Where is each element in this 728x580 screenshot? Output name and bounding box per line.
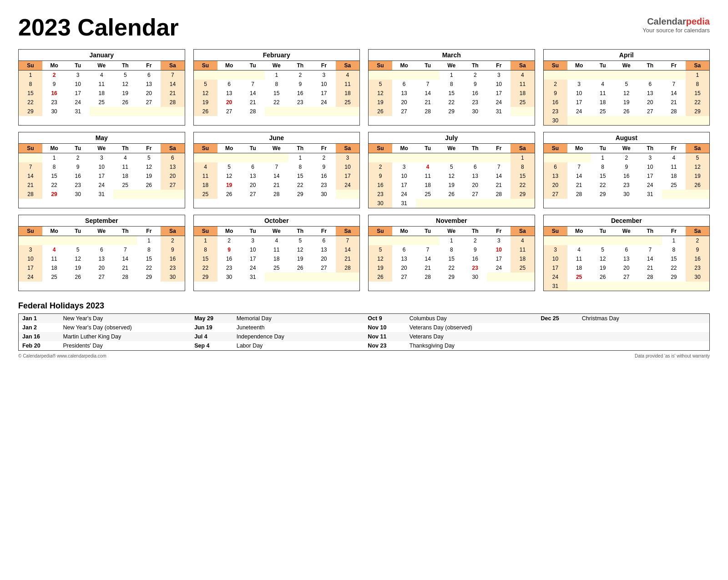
week-row: 2627282930 (369, 272, 535, 282)
day-cell: 14 (638, 254, 662, 263)
holiday-date (537, 323, 578, 332)
holiday-row: Jan 16Martin Luther King DayJul 4Indepen… (19, 332, 710, 341)
day-header-su: Su (369, 61, 392, 71)
day-cell: 16 (369, 181, 392, 190)
day-cell: 25 (511, 263, 534, 272)
day-cell: 16 (463, 254, 487, 263)
footer-right: Data provided 'as is' without warranty (635, 353, 710, 358)
holiday-name (578, 332, 710, 341)
day-cell (638, 236, 662, 246)
day-cell: 5 (369, 245, 392, 254)
day-cell: 11 (416, 171, 440, 181)
day-cell: 9 (42, 80, 66, 89)
week-row: 22232425262728 (19, 98, 185, 107)
day-cell: 10 (19, 254, 42, 263)
day-header-fr: Fr (312, 227, 336, 236)
day-cell: 15 (440, 89, 463, 98)
day-cell: 16 (66, 171, 90, 181)
holiday-name: Independence Day (233, 332, 364, 341)
day-header-we: We (265, 61, 288, 71)
day-cell: 26 (591, 272, 615, 282)
day-cell: 10 (66, 80, 90, 89)
day-cell (416, 153, 440, 163)
day-cell: 20 (137, 89, 161, 98)
day-cell: 5 (369, 80, 392, 89)
day-cell (638, 71, 662, 80)
week-row: 1234 (369, 236, 535, 246)
week-row: 10111213141516 (19, 254, 185, 263)
day-cell: 16 (686, 254, 709, 263)
day-cell: 28 (19, 190, 42, 199)
week-row: 21222324252627 (19, 181, 185, 190)
day-cell: 19 (686, 171, 709, 181)
day-cell: 5 (217, 162, 241, 171)
day-header-sa: Sa (336, 227, 359, 236)
day-header-fr: Fr (662, 61, 686, 71)
day-header-th: Th (463, 61, 487, 71)
day-cell: 23 (369, 190, 392, 199)
month-title: April (544, 50, 710, 61)
day-cell (265, 107, 288, 116)
day-cell: 24 (567, 107, 591, 116)
day-header-we: We (440, 61, 463, 71)
day-cell: 26 (369, 107, 392, 116)
week-row: 23242526272829 (369, 190, 535, 199)
day-cell (544, 236, 567, 246)
day-header-th: Th (638, 61, 662, 71)
footer-left: © Calendarpedia® www.calendarpedia.com (18, 353, 106, 358)
month-title: March (369, 50, 535, 61)
day-cell: 15 (42, 171, 66, 181)
day-cell: 24 (66, 98, 90, 107)
day-cell: 13 (137, 80, 161, 89)
day-cell: 3 (336, 153, 359, 163)
day-cell (686, 116, 709, 125)
week-row: 17181920212223 (544, 263, 710, 272)
day-header-tu: Tu (591, 61, 615, 71)
day-header-tu: Tu (416, 227, 440, 236)
day-cell: 12 (686, 162, 709, 171)
holiday-name: Thanksgiving Day (406, 341, 537, 351)
day-header-tu: Tu (416, 144, 440, 153)
day-cell: 15 (511, 171, 534, 181)
day-cell (638, 282, 662, 291)
day-cell: 4 (662, 153, 686, 163)
day-cell: 4 (416, 162, 440, 171)
week-row: 567891011 (369, 245, 535, 254)
day-header-su: Su (194, 144, 217, 153)
day-cell (19, 153, 42, 163)
holiday-name: Martin Luther King Day (59, 332, 191, 341)
day-cell: 6 (90, 245, 113, 254)
day-cell (511, 272, 534, 282)
month-block-october: OctoberSuMoTuWeThFrSa1234567891011121314… (193, 215, 360, 291)
day-header-th: Th (638, 227, 662, 236)
day-cell: 25 (265, 263, 288, 272)
day-cell: 19 (137, 171, 161, 181)
day-cell (161, 190, 184, 199)
month-title: January (19, 50, 185, 61)
day-cell: 21 (416, 263, 440, 272)
day-header-tu: Tu (591, 227, 615, 236)
day-cell: 20 (638, 98, 662, 107)
day-header-we: We (265, 144, 288, 153)
day-cell: 5 (686, 153, 709, 163)
day-cell: 7 (567, 162, 591, 171)
day-header-we: We (265, 227, 288, 236)
month-block-november: NovemberSuMoTuWeThFrSa123456789101112131… (368, 215, 535, 291)
day-cell: 10 (90, 162, 113, 171)
day-cell: 22 (440, 263, 463, 272)
day-cell: 11 (90, 80, 113, 89)
day-cell: 6 (137, 71, 161, 80)
day-cell: 15 (662, 254, 686, 263)
holiday-name: Presidents' Day (59, 341, 191, 351)
day-cell: 22 (686, 98, 709, 107)
day-cell: 4 (567, 245, 591, 254)
day-cell: 22 (662, 263, 686, 272)
day-cell: 23 (463, 263, 487, 272)
day-cell: 1 (194, 236, 217, 246)
month-table: SuMoTuWeThFrSa12345678910111213141516171… (19, 61, 185, 116)
brand-name: Calendarpedia (642, 16, 710, 27)
day-cell: 12 (591, 254, 615, 263)
holiday-date: Jan 1 (19, 314, 60, 323)
day-cell: 29 (686, 107, 709, 116)
holiday-name: Veterans Day (406, 332, 537, 341)
